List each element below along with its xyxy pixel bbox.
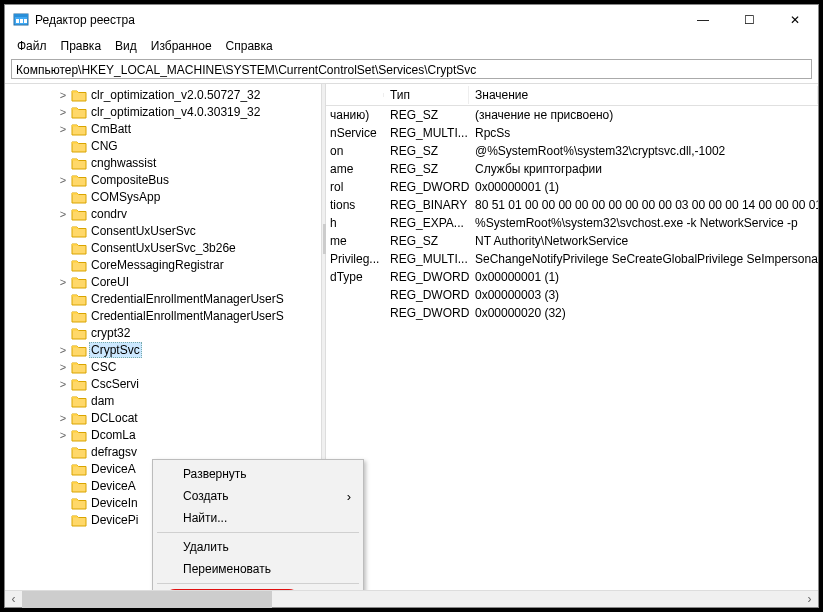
tree-item[interactable]: >CscServi (5, 375, 321, 392)
expand-icon[interactable]: > (57, 344, 69, 356)
list-row[interactable]: REG_DWORD0x00000003 (3) (326, 286, 818, 304)
folder-icon (71, 190, 87, 204)
scroll-thumb[interactable] (22, 591, 272, 608)
expand-icon[interactable]: > (57, 106, 69, 118)
folder-icon (71, 377, 87, 391)
cell-value: 80 51 01 00 00 00 00 00 00 00 00 00 03 0… (469, 198, 818, 212)
ctx-expand[interactable]: Развернуть (155, 463, 361, 485)
col-name[interactable] (326, 93, 384, 97)
ctx-delete[interactable]: Удалить (155, 536, 361, 558)
list-row[interactable]: hREG_EXPA...%SystemRoot%\system32\svchos… (326, 214, 818, 232)
tree-item[interactable]: >clr_optimization_v2.0.50727_32 (5, 86, 321, 103)
tree-item[interactable]: defragsv (5, 443, 321, 460)
tree-item[interactable]: >CSC (5, 358, 321, 375)
tree-item-label: cnghwassist (89, 156, 158, 170)
tree-item[interactable]: ConsentUxUserSvc (5, 222, 321, 239)
cell-value: Службы криптографии (469, 162, 818, 176)
expand-icon[interactable]: > (57, 174, 69, 186)
tree-item[interactable]: >DcomLa (5, 426, 321, 443)
tree-item[interactable]: COMSysApp (5, 188, 321, 205)
tree-item-label: DcomLa (89, 428, 138, 442)
col-type[interactable]: Тип (384, 86, 469, 104)
list-row[interactable]: dTypeREG_DWORD0x00000001 (1) (326, 268, 818, 286)
ctx-export[interactable]: Экспортировать (155, 587, 361, 590)
tree-item[interactable]: >CompositeBus (5, 171, 321, 188)
menu-help[interactable]: Справка (220, 37, 279, 55)
ctx-new[interactable]: Создать (155, 485, 361, 507)
cell-type: REG_SZ (384, 234, 469, 248)
list-pane[interactable]: Тип Значение чанию)REG_SZ(значение не пр… (326, 84, 818, 590)
list-row[interactable]: tionsREG_BINARY80 51 01 00 00 00 00 00 0… (326, 196, 818, 214)
cell-value: 0x00000020 (32) (469, 306, 818, 320)
tree-item-label: DeviceA (89, 462, 138, 476)
expand-icon[interactable]: > (57, 412, 69, 424)
folder-icon (71, 394, 87, 408)
tree-item-label: crypt32 (89, 326, 132, 340)
tree-item[interactable]: ConsentUxUserSvc_3b26e (5, 239, 321, 256)
expand-icon[interactable]: > (57, 378, 69, 390)
tree-item-label: DevicePi (89, 513, 140, 527)
menu-edit[interactable]: Правка (55, 37, 108, 55)
tree-item[interactable]: crypt32 (5, 324, 321, 341)
folder-icon (71, 343, 87, 357)
tree-item[interactable]: CredentialEnrollmentManagerUserS (5, 307, 321, 324)
ctx-rename[interactable]: Переименовать (155, 558, 361, 580)
cell-value: NT Authority\NetworkService (469, 234, 818, 248)
menu-view[interactable]: Вид (109, 37, 143, 55)
menu-favorites[interactable]: Избранное (145, 37, 218, 55)
scroll-track[interactable] (22, 591, 801, 607)
tree-item[interactable]: CNG (5, 137, 321, 154)
cell-name: ame (326, 162, 384, 176)
cell-type: REG_MULTI... (384, 126, 469, 140)
tree-item-label: CSC (89, 360, 118, 374)
ctx-find[interactable]: Найти... (155, 507, 361, 529)
tree-item[interactable]: >CoreUI (5, 273, 321, 290)
cell-value: (значение не присвоено) (469, 108, 818, 122)
folder-icon (71, 88, 87, 102)
minimize-button[interactable]: — (680, 5, 726, 35)
list-row[interactable]: rolREG_DWORD0x00000001 (1) (326, 178, 818, 196)
cell-type: REG_SZ (384, 162, 469, 176)
tree-item[interactable]: dam (5, 392, 321, 409)
tree-item[interactable]: cnghwassist (5, 154, 321, 171)
list-row[interactable]: Privileg...REG_MULTI...SeChangeNotifyPri… (326, 250, 818, 268)
tree-item[interactable]: >clr_optimization_v4.0.30319_32 (5, 103, 321, 120)
expand-icon[interactable]: > (57, 276, 69, 288)
tree-item-label: condrv (89, 207, 129, 221)
content-area: >clr_optimization_v2.0.50727_32>clr_opti… (5, 83, 818, 590)
list-row[interactable]: ameREG_SZСлужбы криптографии (326, 160, 818, 178)
tree-item[interactable]: >condrv (5, 205, 321, 222)
address-bar[interactable]: Компьютер\HKEY_LOCAL_MACHINE\SYSTEM\Curr… (11, 59, 812, 79)
tree-item-label: dam (89, 394, 116, 408)
folder-icon (71, 411, 87, 425)
tree-item[interactable]: >CryptSvc (5, 341, 321, 358)
expand-icon[interactable]: > (57, 361, 69, 373)
maximize-button[interactable]: ☐ (726, 5, 772, 35)
svg-rect-1 (14, 14, 28, 17)
expand-icon[interactable]: > (57, 208, 69, 220)
list-row[interactable]: REG_DWORD0x00000020 (32) (326, 304, 818, 322)
tree-item[interactable]: >CmBatt (5, 120, 321, 137)
tree-item-label: CompositeBus (89, 173, 171, 187)
folder-icon (71, 462, 87, 476)
menu-file[interactable]: Файл (11, 37, 53, 55)
scroll-left-icon[interactable]: ‹ (5, 591, 22, 607)
folder-icon (71, 428, 87, 442)
tree-item[interactable]: CredentialEnrollmentManagerUserS (5, 290, 321, 307)
expand-icon[interactable]: > (57, 89, 69, 101)
tree-item[interactable]: CoreMessagingRegistrar (5, 256, 321, 273)
scroll-right-icon[interactable]: › (801, 591, 818, 607)
list-row[interactable]: onREG_SZ@%SystemRoot%\system32\cryptsvc.… (326, 142, 818, 160)
list-row[interactable]: meREG_SZNT Authority\NetworkService (326, 232, 818, 250)
list-row[interactable]: чанию)REG_SZ(значение не присвоено) (326, 106, 818, 124)
expand-icon[interactable]: > (57, 429, 69, 441)
folder-icon (71, 326, 87, 340)
col-value[interactable]: Значение (469, 86, 818, 104)
close-button[interactable]: ✕ (772, 5, 818, 35)
horizontal-scrollbar[interactable]: ‹ › (5, 590, 818, 607)
list-row[interactable]: nServiceREG_MULTI...RpcSs (326, 124, 818, 142)
tree-item[interactable]: >DCLocat (5, 409, 321, 426)
tree-item-label: CoreMessagingRegistrar (89, 258, 226, 272)
tree-item-label: CNG (89, 139, 120, 153)
expand-icon[interactable]: > (57, 123, 69, 135)
